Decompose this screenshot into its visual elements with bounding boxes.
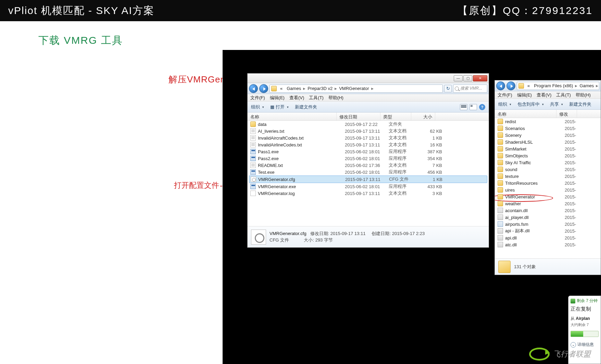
menu-tools[interactable]: 工具(T) <box>556 91 571 99</box>
menu-bar: 文件(F) 编辑(E) 查看(V) 工具(T) 帮助(H) <box>495 91 601 99</box>
file-row[interactable]: SimObjects2015- <box>495 152 601 159</box>
back-button[interactable] <box>496 81 505 90</box>
file-date: 2015-09-17 13:11 <box>345 129 389 134</box>
file-row[interactable]: api - 副本.dll2015- <box>495 228 601 234</box>
file-date: 2015-09-17 13:11 <box>345 191 389 196</box>
txt-icon <box>250 142 256 147</box>
file-name: VMRGenerator <box>505 194 565 199</box>
file-row[interactable]: Pass1.exe2015-06-02 18:01应用程序387 KB <box>248 148 489 155</box>
file-row[interactable]: InvalidAircraftCodes.txt2015-09-17 13:11… <box>248 134 489 141</box>
share-button[interactable]: 共享 <box>550 101 563 107</box>
menu-help[interactable]: 帮助(H) <box>328 94 343 101</box>
details-create-value: 2015-09-17 2:23 <box>392 231 425 236</box>
folder-icon <box>498 261 511 273</box>
file-row[interactable]: AI_liveries.txt2015-09-17 13:11文本文档62 KB <box>248 128 489 134</box>
breadcrumb[interactable]: « Games▶ Prepar3D v2▶ VMRGenerator▶ <box>270 84 443 93</box>
details-mod-label: 修改日期: <box>310 231 329 236</box>
file-row[interactable]: ai_player.dll2015- <box>495 214 601 221</box>
col-name[interactable]: 名称 <box>248 113 337 120</box>
file-row[interactable]: atc.dll2015- <box>495 241 601 248</box>
file-list: data2015-09-17 2:22文件夹AI_liveries.txt201… <box>248 121 489 226</box>
col-name[interactable]: 名称 <box>495 110 556 118</box>
file-row[interactable]: texture2015- <box>495 173 601 180</box>
forward-button[interactable] <box>259 84 268 93</box>
column-headers: 名称 修改 <box>495 110 601 118</box>
file-row[interactable]: acontain.dll2015- <box>495 207 601 214</box>
file-row[interactable]: airports.fsm2015- <box>495 221 601 228</box>
time-remaining: 剩余 7 分钟 <box>577 298 598 304</box>
breadcrumb-part[interactable]: Program Files (x86) <box>532 83 575 88</box>
preview-pane-button[interactable] <box>469 104 477 110</box>
file-row[interactable]: data2015-09-17 2:22文件夹 <box>248 121 489 128</box>
file-row[interactable]: VMRGenerator.log2015-09-17 13:11文本文档3 KB <box>248 190 489 197</box>
breadcrumb-part[interactable]: Games <box>577 83 596 88</box>
file-name: AI_liveries.txt <box>258 129 345 134</box>
file-row[interactable]: api.dll2015- <box>495 234 601 241</box>
search-placeholder: 搜索 VMR... <box>460 86 482 91</box>
file-row[interactable]: README.txt2015-06-02 17:36文本文档7 KB <box>248 162 489 169</box>
back-button[interactable] <box>249 84 258 93</box>
help-icon[interactable]: ? <box>479 104 485 110</box>
file-row[interactable]: Scenery2015- <box>495 132 601 139</box>
col-date[interactable]: 修改 <box>556 110 577 118</box>
menu-help[interactable]: 帮助(H) <box>576 91 591 99</box>
dll-icon <box>498 214 503 220</box>
col-size[interactable]: 大小 <box>411 113 435 120</box>
file-row[interactable]: Pass2.exe2015-06-02 18:01应用程序354 KB <box>248 155 489 162</box>
tool-bar: 组织 ▦ 打开 新建文件夹 ? <box>248 102 489 113</box>
window-titlebar: — ▢ ✕ <box>248 74 489 83</box>
organize-button[interactable]: 组织 <box>251 104 264 110</box>
menu-view[interactable]: 查看(V) <box>289 94 304 101</box>
file-size: 456 KB <box>420 170 442 175</box>
details-mod-value: 2015-09-17 13:11 <box>330 231 366 236</box>
file-list: redist2015-Scenarios2015-Scenery2015-Sha… <box>495 118 601 258</box>
file-row[interactable]: VMRGenerator.exe2015-06-02 18:01应用程序433 … <box>248 183 489 190</box>
minimize-button[interactable]: — <box>454 75 463 81</box>
txt-icon <box>250 135 256 141</box>
file-row[interactable]: redist2015- <box>495 118 601 125</box>
menu-edit[interactable]: 编辑(E) <box>517 91 532 99</box>
menu-file[interactable]: 文件(F) <box>498 91 512 99</box>
organize-button[interactable]: 组织 <box>498 101 511 107</box>
file-row[interactable]: Sky AI Traffic2015- <box>495 159 601 166</box>
breadcrumb-part[interactable]: VMRGenerator <box>337 86 371 91</box>
col-type[interactable]: 类型 <box>380 113 411 120</box>
new-folder-button[interactable]: 新建文件夹 <box>569 101 591 107</box>
file-date: 2015- <box>565 160 585 165</box>
file-name: api - 副本.dll <box>505 228 565 234</box>
close-button[interactable]: ✕ <box>473 75 487 81</box>
file-row[interactable]: sound2015- <box>495 166 601 173</box>
maximize-button[interactable]: ▢ <box>463 75 472 81</box>
file-size: 354 KB <box>420 156 442 161</box>
open-button[interactable]: ▦ 打开 <box>270 104 289 110</box>
breadcrumb[interactable]: « Program Files (x86)▶ Games▶ <box>517 82 599 90</box>
col-date[interactable]: 修改日期 <box>337 113 380 120</box>
file-row[interactable]: ShadersHLSL2015- <box>495 139 601 145</box>
details-create-label: 创建日期: <box>372 231 391 236</box>
file-row[interactable]: TritonResources2015- <box>495 180 601 186</box>
view-options-button[interactable] <box>460 104 467 110</box>
breadcrumb-part[interactable]: Games <box>285 86 303 91</box>
file-row[interactable]: uires2015- <box>495 186 601 193</box>
new-folder-button[interactable]: 新建文件夹 <box>295 104 317 110</box>
search-input[interactable]: 搜索 VMR... <box>453 84 487 93</box>
details-toggle[interactable]: 详细信息 <box>571 342 599 348</box>
menu-edit[interactable]: 编辑(E) <box>270 94 285 101</box>
file-row[interactable]: Test.exe2015-06-02 18:01应用程序456 KB <box>248 169 489 176</box>
file-row[interactable]: Scenarios2015- <box>495 125 601 132</box>
file-row[interactable]: InvalidAirlineCodes.txt2015-09-17 13:11文… <box>248 141 489 148</box>
file-date: 2015- <box>565 235 585 240</box>
file-name: sound <box>505 167 565 172</box>
breadcrumb-part[interactable]: Prepar3D v2 <box>305 86 335 91</box>
forward-button[interactable] <box>506 81 515 90</box>
include-library-button[interactable]: 包含到库中 <box>517 101 544 107</box>
file-row[interactable]: weather2015- <box>495 200 601 207</box>
menu-view[interactable]: 查看(V) <box>537 91 551 99</box>
file-row[interactable]: SimMarket2015- <box>495 145 601 152</box>
menu-file[interactable]: 文件(F) <box>250 94 265 101</box>
menu-tools[interactable]: 工具(T) <box>309 94 324 101</box>
file-name: VMRGenerator.log <box>258 191 345 196</box>
refresh-button[interactable]: ↻ <box>444 85 452 92</box>
file-row[interactable]: VMRGenerator2015- <box>495 193 601 200</box>
file-row[interactable]: VMRGenerator.cfg2015-09-17 13:11CFG 文件1 … <box>249 176 487 183</box>
